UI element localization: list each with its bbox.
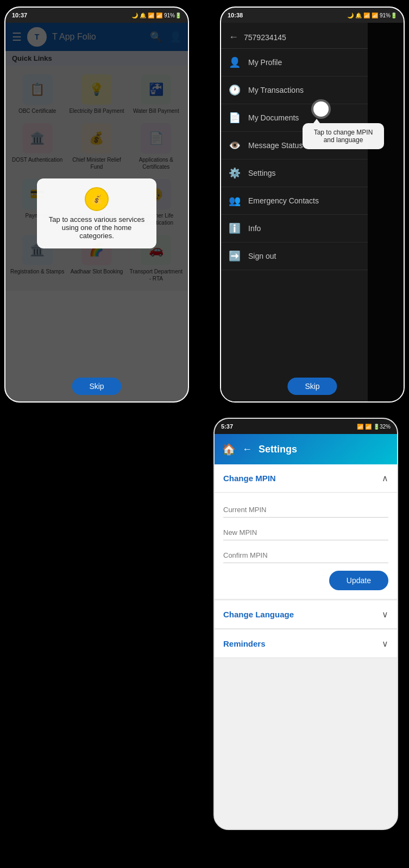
change-mpin-section: Change MPIN ∧ Update xyxy=(215,464,397,599)
current-mpin-input[interactable] xyxy=(223,500,388,518)
status-icons-settings: 📶📶🔋32% xyxy=(357,424,391,430)
menu-item-info[interactable]: ℹ️ Info xyxy=(221,215,368,242)
eye-icon: 👁️ xyxy=(229,139,241,151)
signout-label: Sign out xyxy=(248,252,276,260)
emergency-icon: 👥 xyxy=(229,195,241,207)
phone-number: 7579234145 xyxy=(244,33,286,42)
tooltip-right: Tap to change MPIN and language xyxy=(303,123,384,149)
menu-header: ← 7579234145 xyxy=(221,23,368,49)
confirm-mpin-input[interactable] xyxy=(223,546,388,563)
profile-menu-icon: 👤 xyxy=(229,56,241,68)
phone-settings: 5:37 📶📶🔋32% 🏠 ← Settings Change MPIN ∧ xyxy=(213,418,398,830)
menu-item-settings[interactable]: ⚙️ Settings xyxy=(221,159,368,187)
emergency-label: Emergency Contacts xyxy=(248,196,319,205)
overlay-left: 💰 Tap to access various services using o… xyxy=(5,23,188,403)
menu-item-profile[interactable]: 👤 My Profile xyxy=(221,49,368,76)
change-mpin-header[interactable]: Change MPIN ∧ xyxy=(215,464,397,493)
skip-button-right[interactable]: Skip xyxy=(287,378,337,395)
transactions-label: My Transactions xyxy=(248,86,304,94)
side-menu: ← 7579234145 👤 My Profile 🕐 My Transacti… xyxy=(221,23,368,403)
documents-label: My Documents xyxy=(248,113,299,122)
change-language-section: Change Language ∨ xyxy=(215,601,397,629)
home-icon[interactable]: 🏠 xyxy=(222,443,236,456)
menu-item-transactions[interactable]: 🕐 My Transactions xyxy=(221,76,368,104)
reminders-title: Reminders xyxy=(223,639,266,648)
status-icons-left: 🌙🔔📶📶91%🔋 xyxy=(131,12,181,18)
status-time-right: 10:38 xyxy=(228,12,243,18)
settings-menu-icon: ⚙️ xyxy=(229,167,241,179)
update-button[interactable]: Update xyxy=(329,571,388,590)
info-label: Info xyxy=(248,224,261,233)
tooltip-text-left: Tap to access various services using one… xyxy=(49,215,144,240)
tooltip-left: 💰 Tap to access various services using o… xyxy=(37,178,156,248)
back-arrow-icon[interactable]: ← xyxy=(229,31,238,43)
change-mpin-title: Change MPIN xyxy=(223,474,276,483)
transactions-icon: 🕐 xyxy=(229,84,241,96)
chevron-down-icon-reminders: ∨ xyxy=(382,639,388,649)
back-icon-settings[interactable]: ← xyxy=(242,444,252,455)
status-icons-right: 🌙🔔📶📶91%🔋 xyxy=(347,12,397,18)
settings-body: Change MPIN ∧ Update Change Language ∨ xyxy=(215,464,397,830)
change-language-header[interactable]: Change Language ∨ xyxy=(215,601,397,629)
status-time-settings: 5:37 xyxy=(221,423,233,430)
profile-label: My Profile xyxy=(248,58,282,67)
settings-page-title: Settings xyxy=(259,444,297,455)
tooltip-text-right: Tap to change MPIN and language xyxy=(314,129,373,144)
dot-indicator xyxy=(313,101,329,117)
menu-item-signout[interactable]: ➡️ Sign out xyxy=(221,242,368,270)
reminders-header[interactable]: Reminders ∨ xyxy=(215,630,397,658)
signout-icon: ➡️ xyxy=(229,250,241,262)
info-icon: ℹ️ xyxy=(229,222,241,234)
chevron-up-icon: ∧ xyxy=(382,473,388,483)
new-mpin-input[interactable] xyxy=(223,523,388,540)
message-status-label: Message Status xyxy=(248,141,303,150)
change-mpin-body: Update xyxy=(215,493,397,599)
settings-header: 🏠 ← Settings xyxy=(215,434,397,464)
skip-button-left[interactable]: Skip xyxy=(72,378,121,395)
menu-item-emergency[interactable]: 👥 Emergency Contacts xyxy=(221,187,368,215)
settings-label: Settings xyxy=(248,169,276,177)
chevron-down-icon-language: ∨ xyxy=(382,609,388,620)
status-time-left: 10:37 xyxy=(12,12,27,18)
coin-icon: 💰 xyxy=(85,187,109,211)
change-language-title: Change Language xyxy=(223,610,294,619)
reminders-section: Reminders ∨ xyxy=(215,630,397,658)
documents-icon: 📄 xyxy=(229,112,241,124)
